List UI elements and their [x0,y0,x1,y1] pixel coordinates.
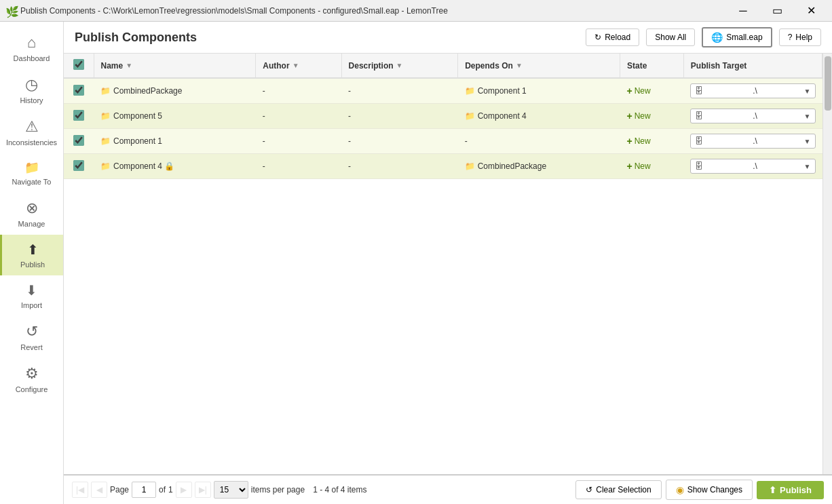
globe-icon: 🌐 [711,32,723,43]
publish-target-dropdown[interactable]: 🗄 .\ ▼ [690,109,815,123]
header-name: Name ▼ [94,54,256,78]
sidebar-item-label: Inconsistencies [6,138,57,147]
manage-icon: ⊗ [26,199,38,217]
select-all-checkbox[interactable] [73,59,84,70]
table-row: 📁Component 4 🔒--📁CombinedPackage+ New 🗄 … [64,154,822,179]
items-per-page-label: items per page [251,485,305,495]
history-icon: ◷ [25,76,38,94]
sidebar: ⌂ Dashboard ◷ History ⚠ Inconsistencies … [0,22,64,504]
publish-target-dropdown[interactable]: 🗄 .\ ▼ [690,83,815,98]
database-icon: 🗄 [695,136,703,146]
next-page-button[interactable]: ▶ [176,482,192,498]
clear-selection-button[interactable]: ↺ Clear Selection [575,480,661,499]
row-checkbox-cell [64,129,94,154]
header-publish-target: Publish Target [683,54,822,78]
folder-icon: 📁 [100,111,111,121]
dropdown-arrow-icon: ▼ [804,88,811,95]
clear-icon: ↺ [586,485,592,495]
header-depends-on: Depends On ▼ [458,54,620,78]
table-header-row: Name ▼ Author ▼ [64,54,822,78]
file-toggle-button[interactable]: 🌐 Small.eap [702,27,772,47]
sidebar-item-manage[interactable]: ⊗ Manage [0,193,63,235]
navigate-icon: 📁 [24,160,39,175]
row-checkbox[interactable] [73,135,84,146]
author-filter-icon[interactable]: ▼ [292,62,299,69]
sidebar-item-label: Dashboard [14,54,50,62]
header-description: Description ▼ [341,54,458,78]
row-checkbox-cell [64,104,94,129]
show-all-button[interactable]: Show All [646,28,695,46]
sidebar-item-inconsistencies[interactable]: ⚠ Inconsistencies [0,111,63,153]
state-plus-icon: + [626,111,632,121]
header-state: State [620,54,683,78]
publish-target-value: .\ [753,86,757,96]
sidebar-item-label: History [20,96,43,104]
row-author: - [256,154,341,179]
row-description: - [341,104,458,129]
publish-upload-icon: ⬆ [769,485,776,495]
sidebar-item-label: Import [21,301,42,309]
sidebar-item-import[interactable]: ⬇ Import [0,275,63,316]
sidebar-item-publish[interactable]: ⬆ Publish [0,235,63,275]
row-author: - [256,78,341,104]
state-label: New [635,86,651,96]
description-filter-icon[interactable]: ▼ [396,62,403,69]
close-button[interactable]: ✕ [795,0,827,22]
sidebar-item-revert[interactable]: ↺ Revert [0,316,63,358]
first-page-button[interactable]: |◀ [72,482,88,498]
sidebar-item-label: Configure [16,385,48,393]
folder-icon: 📁 [465,86,475,96]
header-bar: Publish Components ↻ Reload Show All 🌐 S… [64,22,832,54]
row-state: + New [620,154,683,179]
row-description: - [341,78,458,104]
sidebar-item-navigate-to[interactable]: 📁 Navigate To [0,153,63,193]
publish-target-dropdown[interactable]: 🗄 .\ ▼ [690,159,815,174]
publish-target-dropdown[interactable]: 🗄 .\ ▼ [690,134,815,149]
titlebar-title: Publish Components - C:\Work\LemonTree\r… [20,6,727,16]
state-plus-icon: + [626,136,632,147]
row-publish-target: 🗄 .\ ▼ [683,104,822,129]
page-size-select[interactable]: 15 25 50 100 [214,481,248,499]
dashboard-icon: ⌂ [27,34,36,52]
row-state: + New [620,129,683,154]
app-icon: 🌿 [5,5,16,16]
window-controls: ─ ▭ ✕ [727,0,827,22]
dropdown-arrow-icon: ▼ [804,138,811,145]
show-changes-button[interactable]: ◉ Show Changes [666,480,753,500]
row-checkbox[interactable] [73,160,84,171]
state-plus-icon: + [626,85,632,96]
depends-filter-icon[interactable]: ▼ [516,62,523,69]
row-name: 📁Component 1 [94,129,256,154]
page-label: Page [110,485,129,495]
row-checkbox[interactable] [73,110,84,121]
database-icon: 🗄 [695,86,703,96]
components-table: Name ▼ Author ▼ [64,54,822,179]
minimize-button[interactable]: ─ [727,0,759,22]
row-description: - [341,129,458,154]
help-icon: ? [788,33,793,42]
database-icon: 🗄 [695,161,703,171]
publish-target-value: .\ [753,111,757,121]
reload-icon: ↻ [594,33,601,42]
table-row: 📁Component 1---+ New 🗄 .\ ▼ [64,129,822,154]
help-button[interactable]: ? Help [779,28,821,46]
table-body: 📁CombinedPackage--📁Component 1+ New 🗄 .\… [64,78,822,179]
sidebar-item-history[interactable]: ◷ History [0,69,63,111]
maximize-button[interactable]: ▭ [761,0,793,22]
of-label: of [159,485,166,495]
scrollbar-thumb[interactable] [825,56,831,111]
publish-main-button[interactable]: ⬆ Publish [757,481,824,499]
state-label: New [635,111,651,121]
name-filter-icon[interactable]: ▼ [126,62,132,69]
page-number-input[interactable] [132,482,156,498]
sidebar-item-configure[interactable]: ⚙ Configure [0,358,63,400]
scrollbar-area [822,54,832,474]
row-checkbox[interactable] [73,85,84,96]
sidebar-item-dashboard[interactable]: ⌂ Dashboard [0,27,63,69]
footer-actions: ↺ Clear Selection ◉ Show Changes ⬆ Publi… [575,480,824,500]
last-page-button[interactable]: ▶| [195,482,211,498]
dropdown-arrow-icon: ▼ [804,163,811,170]
prev-page-button[interactable]: ◀ [91,482,107,498]
reload-button[interactable]: ↻ Reload [586,28,639,46]
table-container[interactable]: Name ▼ Author ▼ [64,54,822,474]
